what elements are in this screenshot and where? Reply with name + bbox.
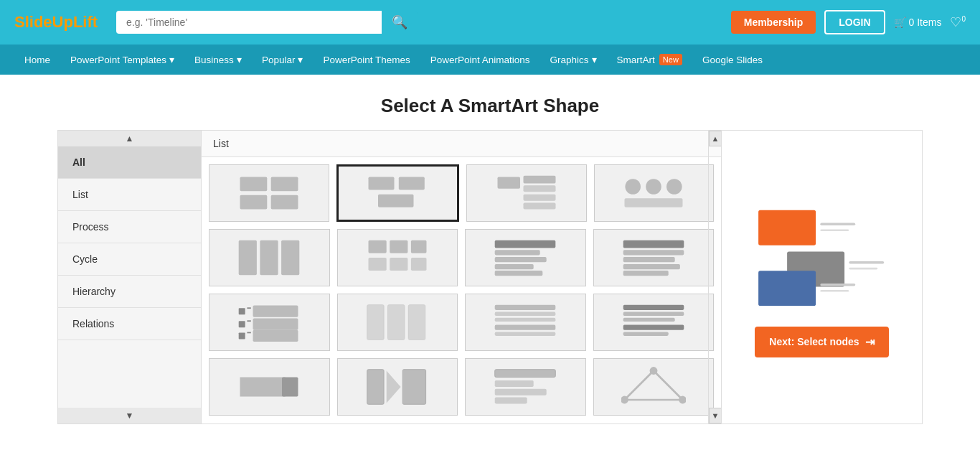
sidebar-scroll-down[interactable]: ▼ (58, 408, 201, 423)
grid-cell-r2c1[interactable] (337, 294, 458, 351)
svg-rect-8 (523, 176, 555, 184)
svg-rect-46 (408, 305, 425, 340)
svg-rect-5 (399, 177, 425, 190)
svg-rect-52 (623, 305, 684, 310)
svg-rect-34 (623, 271, 668, 276)
cart-icon[interactable]: 🛒 0 Items (894, 17, 942, 28)
next-icon: ⇥ (865, 335, 875, 349)
svg-rect-1 (270, 177, 298, 192)
header: SlideUpLift 🔍 Membership LOGIN 🛒 0 Items… (0, 0, 980, 45)
grid-cell-r0c3[interactable] (594, 164, 715, 222)
svg-rect-15 (625, 198, 683, 207)
chevron-down-icon-4: ▾ (592, 54, 597, 65)
next-button[interactable]: Next: Select nodes ⇥ (755, 327, 888, 357)
svg-marker-66 (624, 371, 682, 401)
svg-rect-50 (495, 325, 556, 330)
svg-rect-23 (390, 258, 407, 271)
wishlist-icon[interactable]: ♡0 (950, 14, 966, 30)
svg-rect-40 (253, 319, 298, 330)
grid-row (209, 229, 714, 286)
grid-cell-r3c2[interactable] (465, 358, 586, 416)
svg-rect-41 (239, 332, 245, 339)
svg-rect-26 (495, 250, 540, 255)
preview-shape (743, 197, 901, 312)
nav-item-business[interactable]: Business ▾ (184, 45, 252, 75)
sidebar-item-process[interactable]: Process (58, 211, 201, 243)
grid-cell-r3c1[interactable] (337, 358, 458, 416)
svg-rect-76 (758, 271, 816, 306)
svg-rect-6 (378, 195, 414, 207)
grid-cell-r3c0[interactable] (209, 358, 330, 416)
grid-scroll[interactable] (202, 157, 721, 423)
svg-rect-45 (387, 305, 404, 340)
svg-rect-72 (820, 229, 849, 231)
nav-item-graphics[interactable]: Graphics ▾ (540, 45, 607, 75)
grid-cell-r1c0[interactable] (209, 229, 330, 286)
nav-item-google-slides[interactable]: Google Slides (692, 45, 773, 75)
svg-rect-9 (523, 185, 555, 192)
svg-rect-29 (495, 271, 543, 276)
logo-text: SlideUp (14, 13, 73, 31)
svg-rect-21 (411, 240, 427, 253)
grid-cell-r1c3[interactable] (593, 229, 715, 286)
svg-rect-51 (495, 332, 556, 336)
sidebar-item-all[interactable]: All (58, 146, 201, 179)
sidebar-scroll-up[interactable]: ▲ (58, 131, 201, 146)
search-input[interactable] (116, 11, 382, 34)
svg-rect-71 (820, 223, 855, 225)
grid-cell-r3c3[interactable] (593, 358, 715, 416)
svg-rect-4 (369, 177, 395, 190)
svg-rect-70 (758, 210, 816, 245)
svg-rect-20 (390, 240, 407, 253)
svg-rect-63 (495, 380, 534, 387)
grid-scroll-up[interactable]: ▲ (709, 131, 722, 146)
grid-cell-r1c2[interactable] (465, 229, 586, 286)
grid-cell-r1c1[interactable] (337, 229, 458, 286)
grid-cell-r0c1[interactable] (336, 164, 460, 222)
svg-rect-75 (849, 267, 877, 269)
svg-rect-2 (240, 195, 267, 210)
grid-cell-r2c2[interactable] (465, 294, 586, 351)
svg-rect-37 (253, 306, 298, 317)
sidebar-scroll: All List Process Cycle Hierarchy Relatio… (58, 146, 201, 408)
svg-rect-11 (523, 203, 555, 210)
nav-item-animations[interactable]: PowerPoint Animations (420, 45, 540, 75)
svg-rect-38 (239, 321, 245, 327)
svg-rect-22 (368, 258, 386, 271)
grid-cell-r2c3[interactable] (593, 294, 715, 351)
svg-rect-64 (495, 389, 547, 396)
svg-rect-59 (367, 370, 383, 405)
grid-scroll-down[interactable]: ▼ (709, 408, 722, 423)
nav-item-smartart[interactable]: SmartArt New (607, 45, 692, 75)
nav-item-home[interactable]: Home (14, 45, 60, 75)
login-button[interactable]: LOGIN (824, 10, 885, 34)
sidebar-item-cycle[interactable]: Cycle (58, 243, 201, 276)
svg-marker-60 (386, 371, 400, 403)
sidebar-item-hierarchy[interactable]: Hierarchy (58, 276, 201, 308)
sidebar: ▲ All List Process Cycle Hierarchy Relat… (57, 130, 201, 424)
nav-item-themes[interactable]: PowerPoint Themes (313, 45, 420, 75)
grid-cell-r0c0[interactable] (209, 164, 329, 222)
sidebar-item-relations[interactable]: Relations (58, 308, 201, 340)
svg-rect-62 (495, 370, 556, 378)
svg-rect-74 (849, 261, 884, 263)
svg-rect-54 (623, 318, 674, 322)
sidebar-item-list[interactable]: List (58, 179, 201, 211)
header-right: Membership LOGIN 🛒 0 Items ♡0 (731, 10, 966, 34)
grid-cell-r0c2[interactable] (466, 164, 587, 222)
membership-button[interactable]: Membership (731, 11, 816, 34)
search-button[interactable]: 🔍 (382, 11, 418, 34)
nav-item-popular[interactable]: Popular ▾ (252, 45, 314, 75)
svg-point-14 (666, 179, 682, 195)
svg-rect-65 (495, 397, 527, 403)
logo[interactable]: SlideUpLift (14, 13, 98, 32)
grid-row (209, 164, 714, 222)
svg-rect-19 (368, 240, 386, 253)
cart-symbol: 🛒 (894, 17, 906, 28)
nav-item-templates[interactable]: PowerPoint Templates ▾ (60, 45, 184, 75)
grid-cell-r2c0[interactable] (209, 294, 330, 351)
search-bar: 🔍 (116, 11, 418, 34)
svg-point-13 (646, 179, 661, 195)
svg-rect-78 (820, 289, 849, 291)
svg-rect-58 (282, 378, 298, 397)
